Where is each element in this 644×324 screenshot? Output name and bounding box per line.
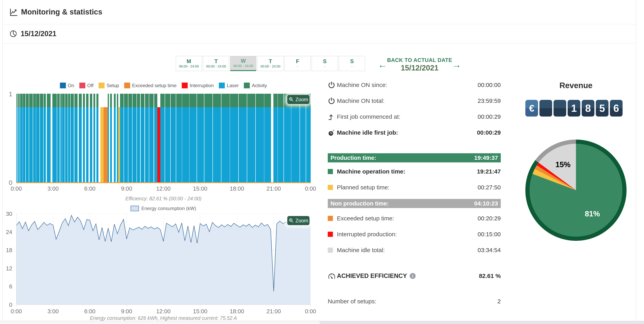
timeline-segment-laser [278, 107, 284, 183]
timeline-segment-laser [247, 107, 255, 183]
week-day-hours: 00:00 - 24:00 [206, 64, 226, 69]
week-day-hours: - [324, 64, 325, 69]
x-tick-label: 3:00 [48, 185, 58, 192]
week-selector: M06:00 - 24:00T00:00 - 24:00W00:00 - 24:… [176, 56, 365, 71]
nonproduction-time-value: 04:10:23 [474, 200, 498, 207]
timeline-segment-laser [306, 107, 311, 183]
timeline-segment-activity [141, 94, 144, 107]
week-day-cell-s[interactable]: S- [312, 56, 338, 71]
timeline-segment-laser [96, 107, 98, 183]
timeline-segment-laser [149, 107, 154, 183]
timeline-segment-laser [165, 107, 170, 183]
stat-first-job-commenced: First job commenced at: 00:00:29 [328, 112, 501, 121]
timeline-segment-laser [284, 107, 291, 183]
efficiency-caption: Efficiency: 82.61 % (00:00 - 24:00) [16, 196, 310, 201]
week-day-hours: 00:00 - 24:00 [233, 64, 253, 68]
gray-swatch [328, 248, 333, 253]
timeline-segment-laser [26, 107, 29, 183]
timeline-segment-activity [114, 94, 116, 107]
scrollbar-thumb[interactable] [0, 321, 320, 324]
horizontal-scrollbar[interactable] [0, 321, 644, 324]
energy-legend-label: Energy consumption (kW) [141, 206, 196, 211]
stat-value: 00:00:29 [478, 113, 501, 120]
timeline-zoom-button[interactable]: Zoom [287, 95, 310, 104]
energy-zoom-button[interactable]: Zoom [287, 216, 310, 225]
timeline-segment-laser [74, 107, 78, 183]
week-day-cell-m[interactable]: M06:00 - 24:00 [176, 56, 202, 71]
magnifier-icon [289, 218, 294, 223]
legend-item-activity: Activity [244, 83, 267, 88]
currency-tile: € [525, 100, 538, 117]
energy-x-axis: 0:003:006:009:0012:0015:0018:0021:000:00 [16, 308, 310, 316]
timeline-segment-laser [110, 107, 112, 183]
energy-caption: Energy consumption: 626 kWh, Highest mea… [16, 315, 310, 321]
svg-text:z: z [334, 129, 334, 131]
week-day-cell-t[interactable]: T00:00 - 24:00 [257, 56, 284, 71]
green-swatch [328, 169, 333, 174]
date-row: 15/12/2021 [2, 24, 636, 43]
stat-value: 82.61 % [479, 272, 501, 279]
week-day-letter: S [350, 58, 354, 64]
x-tick-label: 0:00 [11, 308, 22, 315]
timeline-segment-laser [57, 107, 60, 183]
timeline-segment-laser [256, 107, 264, 183]
stat-value: 19:21:47 [477, 168, 501, 175]
timeline-segment-activity [60, 94, 62, 107]
timeline-segment-laser [120, 107, 124, 183]
timeline-segment-activity [165, 94, 170, 107]
timeline-segment-activity [94, 94, 95, 107]
stat-label: Planned setup time: [337, 184, 390, 191]
timeline-segment-laser [141, 107, 144, 183]
legend-label: Activity [252, 83, 267, 88]
timeline-segment-laser [47, 107, 50, 183]
back-to-actual-date-button[interactable]: BACK TO ACTUAL DATE 15/12/2021 [387, 57, 452, 72]
timeline-segment-activity [190, 94, 196, 107]
legend-label: On [68, 83, 74, 88]
timeline-segment-laser [222, 107, 230, 183]
week-day-cell-f[interactable]: F- [284, 56, 311, 71]
selected-date: 15/12/2021 [387, 64, 452, 72]
x-tick-label: 21:00 [266, 185, 281, 192]
timeline-segment-activity [79, 94, 82, 107]
timeline-segment-laser [94, 107, 95, 183]
legend-label: Laser [227, 83, 239, 88]
legend-swatch [244, 83, 250, 88]
legend-swatch [98, 83, 104, 88]
machine-status-timeline-chart[interactable] [16, 94, 311, 183]
stat-value: 00:15:00 [478, 231, 501, 238]
legend-item-off: Off [79, 83, 94, 88]
revenue-counter: €1856 [525, 100, 622, 117]
week-day-cell-t[interactable]: T00:00 - 24:00 [203, 56, 229, 71]
timeline-segment-laser [128, 107, 132, 183]
timeline-segment-activity [68, 94, 70, 107]
revenue-digit-tile: 1 [568, 100, 580, 117]
stat-label: ACHIEVED EFFICIENCY [337, 272, 407, 279]
nonproduction-time-header: Non production time: 04:10:23 [328, 199, 501, 208]
energy-area-chart [16, 214, 310, 305]
stat-label: Machine idle total: [337, 247, 385, 253]
week-day-cell-s[interactable]: S- [339, 56, 365, 71]
week-day-cell-w[interactable]: W00:00 - 24:00 [230, 56, 256, 71]
week-day-hours: - [351, 64, 352, 69]
info-icon[interactable]: i [410, 273, 416, 279]
timeline-segment-laser [154, 107, 157, 183]
timeline-x-axis: 0:003:006:009:0012:0015:0018:0021:000:00 [16, 185, 310, 193]
week-day-hours: 06:00 - 24:00 [179, 64, 199, 69]
next-day-arrow[interactable]: → [452, 60, 461, 69]
week-day-hours: 00:00 - 24:00 [260, 64, 280, 69]
legend-item-on: On [60, 83, 74, 88]
timeline-segment-activity [16, 94, 17, 107]
timeline-segment-activity [247, 94, 255, 107]
date-navigation: ← BACK TO ACTUAL DATE 15/12/2021 → [378, 57, 461, 72]
timeline-segment-laser [117, 107, 118, 183]
energy-consumption-chart[interactable] [16, 214, 310, 305]
stat-value: 00:27:50 [478, 184, 501, 191]
revenue-pie-chart: 81%15% [525, 140, 626, 241]
timeline-segment-activity [176, 94, 182, 107]
timeline-segment-activity [44, 94, 46, 107]
timeline-segment-activity [20, 94, 22, 107]
stat-machine-on-total: Machine ON total: 23:59:59 [328, 97, 501, 105]
prev-day-arrow[interactable]: ← [378, 60, 387, 69]
timeline-segment-laser [274, 107, 278, 183]
timeline-segment-laser [108, 107, 109, 183]
